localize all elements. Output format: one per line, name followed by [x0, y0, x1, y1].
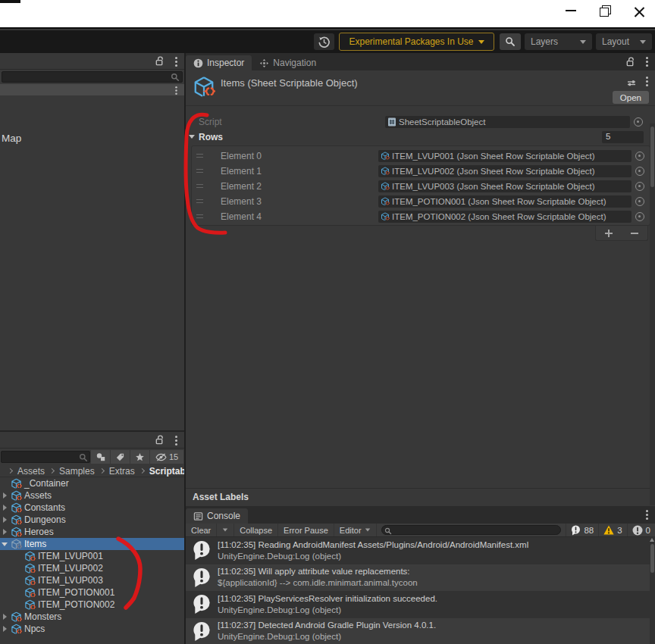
chevron-down-icon: [580, 40, 586, 44]
tree-item[interactable]: Items: [0, 538, 184, 550]
drag-handle-icon[interactable]: [196, 214, 203, 218]
object-picker-icon[interactable]: [635, 152, 644, 161]
tree-item[interactable]: Monsters: [0, 611, 184, 623]
list-element-row[interactable]: Element 0 ITEM_LVUP001 (Json Sheet Row S…: [192, 148, 650, 164]
clear-dropdown-button[interactable]: [217, 524, 234, 536]
warning-count-toggle[interactable]: 3: [598, 524, 626, 536]
kebab-menu-icon[interactable]: [646, 57, 648, 67]
list-element-row[interactable]: Element 4 ITEM_POTION002 (Json Sheet Row…: [192, 209, 650, 224]
console-log-entry[interactable]: [11:02:35] Reading AndroidManifest Asset…: [186, 537, 655, 564]
object-picker-icon[interactable]: [635, 167, 644, 176]
clear-button[interactable]: Clear: [186, 524, 217, 536]
tree-item[interactable]: ITEM_POTION002: [0, 599, 184, 611]
remove-element-button[interactable]: [622, 226, 647, 240]
collapse-button[interactable]: Collapse: [234, 524, 278, 536]
search-by-type-button[interactable]: [91, 450, 110, 464]
log-message: [11:02:35] PlayServicesResolver initiali…: [218, 593, 437, 605]
tree-item[interactable]: Heroes: [0, 526, 184, 538]
collab-history-button[interactable]: [314, 33, 334, 50]
object-picker-icon[interactable]: [635, 212, 644, 221]
console-scrollbar[interactable]: [650, 536, 655, 644]
object-picker-icon[interactable]: [634, 117, 643, 127]
hidden-items-toggle[interactable]: 15: [150, 450, 183, 464]
info-count-toggle[interactable]: 88: [566, 524, 598, 536]
scrollbar-thumb[interactable]: [650, 544, 654, 573]
breadcrumb-item[interactable]: Extras: [95, 466, 135, 477]
tree-item-label: Constants: [24, 502, 65, 513]
presets-icon[interactable]: [626, 77, 637, 87]
list-element-row[interactable]: Element 3 ITEM_POTION001 (Json Sheet Row…: [192, 194, 650, 209]
experimental-packages-button[interactable]: Experimental Packages In Use: [339, 33, 494, 51]
console-log-entry[interactable]: [11:02:37] Detected Android Gradle Plugi…: [186, 618, 655, 644]
tree-item-label: ITEM_LVUP003: [38, 575, 103, 586]
tree-item[interactable]: _Container: [0, 477, 184, 489]
console-search-input[interactable]: [381, 525, 562, 535]
add-element-button[interactable]: [596, 226, 622, 240]
project-search-input[interactable]: [1, 451, 90, 463]
tree-item[interactable]: ITEM_LVUP001: [0, 550, 184, 562]
object-picker-icon[interactable]: [635, 197, 644, 206]
console-log-entry[interactable]: [11:02:35] PlayServicesResolver initiali…: [186, 591, 655, 618]
kebab-menu-icon[interactable]: [175, 86, 177, 95]
foldout-arrow-icon[interactable]: [189, 135, 195, 139]
drag-handle-icon[interactable]: [196, 199, 203, 203]
lock-icon[interactable]: [155, 56, 165, 66]
kebab-menu-icon[interactable]: [175, 57, 177, 67]
hierarchy-scene-header[interactable]: [0, 84, 184, 95]
layout-dropdown[interactable]: Layout: [596, 33, 652, 50]
breadcrumb-item[interactable]: Samples: [45, 466, 95, 477]
tab-console[interactable]: Console: [186, 508, 248, 524]
tab-navigation[interactable]: Navigation: [252, 55, 324, 70]
warning-icon: [603, 525, 614, 535]
editor-dropdown[interactable]: Editor: [334, 524, 377, 536]
kebab-menu-icon[interactable]: [175, 436, 177, 445]
minimize-button[interactable]: [561, 3, 581, 17]
tree-item[interactable]: Assets: [0, 489, 184, 502]
drag-handle-icon[interactable]: [196, 169, 203, 173]
element-object-field[interactable]: ITEM_LVUP003 (Json Sheet Row Scriptable …: [378, 180, 631, 192]
open-button[interactable]: Open: [613, 91, 649, 104]
hierarchy-item-map[interactable]: Map: [0, 131, 21, 145]
breadcrumb-item[interactable]: Assets: [3, 466, 45, 477]
search-icon: [171, 73, 180, 82]
list-element-row[interactable]: Element 1 ITEM_LVUP002 (Json Sheet Row S…: [192, 164, 650, 179]
tree-item-label: ITEM_LVUP001: [38, 551, 103, 561]
favorites-button[interactable]: [130, 450, 149, 464]
element-object-field[interactable]: ITEM_POTION001 (Json Sheet Row Scriptabl…: [378, 195, 631, 208]
console-log-entry[interactable]: [11:02:35] Will apply attribute value re…: [186, 564, 655, 592]
list-element-row[interactable]: Element 2 ITEM_LVUP003 (Json Sheet Row S…: [192, 179, 650, 194]
search-by-label-button[interactable]: [111, 450, 130, 464]
element-object-field[interactable]: ITEM_POTION002 (Json Sheet Row Scriptabl…: [378, 211, 631, 223]
rows-count-field[interactable]: 5: [602, 131, 644, 143]
close-button[interactable]: [629, 3, 649, 17]
layers-dropdown[interactable]: Layers: [525, 33, 592, 50]
tab-inspector[interactable]: Inspector: [186, 55, 252, 70]
drag-handle-icon[interactable]: [196, 184, 203, 188]
tree-item[interactable]: Npcs: [0, 623, 184, 635]
element-object-field[interactable]: ITEM_LVUP002 (Json Sheet Row Scriptable …: [378, 165, 631, 177]
kebab-menu-icon[interactable]: [646, 77, 648, 86]
tree-item[interactable]: ITEM_LVUP003: [0, 574, 184, 586]
inspector-scrollbar[interactable]: [650, 123, 655, 505]
error-count-toggle[interactable]: 0: [627, 524, 655, 536]
element-object-field[interactable]: ITEM_LVUP001 (Json Sheet Row Scriptable …: [378, 150, 631, 162]
kebab-menu-icon[interactable]: [646, 510, 648, 520]
restore-button[interactable]: [596, 3, 616, 17]
scrollbar-thumb[interactable]: [650, 127, 654, 187]
tree-item[interactable]: Dungeons: [0, 514, 184, 526]
hierarchy-search-input[interactable]: [2, 71, 183, 83]
script-object-field[interactable]: SheetScriptableObject: [385, 116, 630, 128]
search-button[interactable]: [500, 33, 521, 50]
object-picker-icon[interactable]: [635, 182, 644, 191]
scriptable-object-icon: [24, 563, 36, 574]
breadcrumb-item[interactable]: Scriptable: [135, 466, 184, 477]
tree-item[interactable]: Constants: [0, 502, 184, 514]
lock-icon[interactable]: [625, 57, 635, 67]
scriptable-object-icon: [381, 182, 390, 191]
drag-handle-icon[interactable]: [196, 154, 203, 158]
tree-item[interactable]: ITEM_LVUP002: [0, 562, 184, 574]
lock-icon[interactable]: [155, 435, 165, 445]
scrollbar-up-arrow[interactable]: [650, 538, 654, 542]
tree-item[interactable]: ITEM_POTION001: [0, 586, 184, 599]
error-pause-button[interactable]: Error Pause: [278, 524, 334, 536]
